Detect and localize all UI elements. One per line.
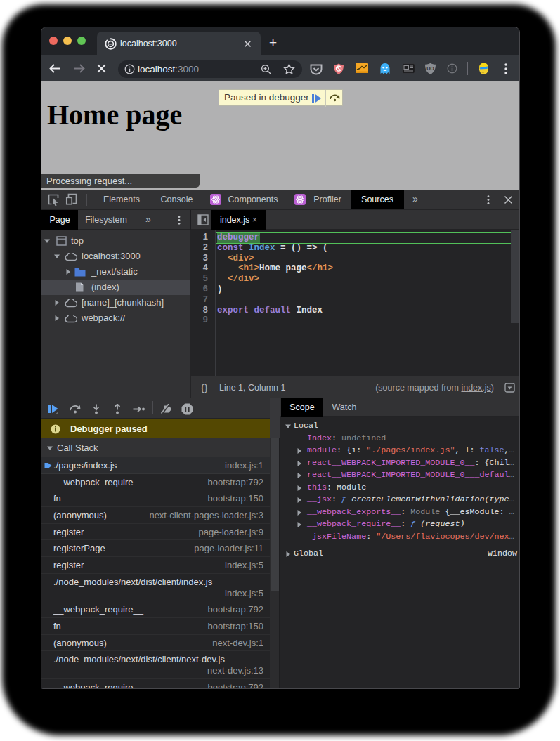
svg-text:UO: UO — [426, 66, 434, 71]
